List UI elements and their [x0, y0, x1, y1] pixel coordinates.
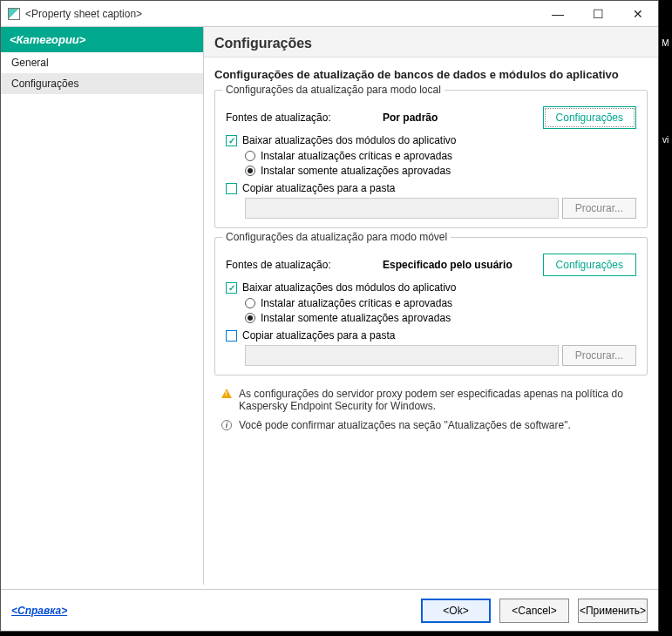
mobile-radio-approved-label: Instalar somente atualizações aprovadas [261, 312, 451, 324]
ok-button[interactable]: <Ok> [421, 599, 491, 623]
warning-icon [221, 389, 232, 398]
info-row: i Você pode confirmar atualizações na se… [204, 416, 658, 435]
groupbox-local-legend: Configurações da atualização para modo l… [222, 84, 445, 96]
sidebar-header: <Категории> [1, 27, 203, 52]
local-config-button[interactable]: Configurações [543, 106, 636, 129]
mobile-radio-approved[interactable]: Instalar somente atualizações aprovadas [245, 312, 636, 324]
mobile-radio-critical-label: Instalar atualizações críticas e aprovad… [261, 297, 452, 309]
mobile-copy-folder-checkbox[interactable]: ✓ Copiar atualizações para a pasta [226, 329, 636, 342]
checkbox-unchecked-icon: ✓ [226, 330, 237, 342]
section-title: Configurações de atualização de bancos d… [204, 58, 658, 85]
app-icon [8, 8, 20, 20]
local-download-modules-label: Baixar atualizações dos módulos do aplic… [242, 134, 456, 146]
help-link[interactable]: <Справка> [11, 605, 67, 617]
checkbox-checked-icon: ✓ [226, 282, 237, 294]
footer: <Справка> <Ok> <Cancel> <Применить> [1, 589, 658, 631]
property-sheet-window: <Property sheet caption> — ☐ ✕ <Категори… [0, 0, 659, 632]
local-download-modules-checkbox[interactable]: ✓ Baixar atualizações dos módulos do apl… [226, 134, 636, 146]
checkbox-unchecked-icon: ✓ [226, 183, 237, 194]
mobile-sources-label: Fontes de atualização: [226, 259, 383, 271]
local-radio-critical-label: Instalar atualizações críticas e aprovad… [261, 150, 452, 162]
local-folder-input[interactable] [245, 198, 559, 219]
local-copy-folder-label: Copiar atualizações para a pasta [242, 182, 395, 194]
radio-unchecked-icon [245, 298, 255, 308]
background-strip: M vi [659, 26, 672, 636]
mobile-download-modules-label: Baixar atualizações dos módulos do aplic… [242, 281, 456, 294]
window-title: <Property sheet caption> [25, 8, 142, 20]
radio-checked-icon [245, 313, 255, 323]
radio-unchecked-icon [245, 151, 255, 161]
mobile-config-button[interactable]: Configurações [543, 254, 636, 276]
mobile-radio-critical[interactable]: Instalar atualizações críticas e aprovad… [245, 297, 636, 309]
local-radio-critical[interactable]: Instalar atualizações críticas e aprovad… [245, 150, 636, 162]
info-icon: i [221, 420, 232, 430]
content-pane: Configurações Configurações de atualizaç… [204, 27, 658, 585]
groupbox-local: Configurações da atualização para modo l… [214, 90, 648, 228]
local-copy-folder-checkbox[interactable]: ✓ Copiar atualizações para a pasta [226, 182, 636, 194]
local-sources-label: Fontes de atualização: [226, 112, 383, 124]
local-radio-approved[interactable]: Instalar somente atualizações aprovadas [245, 165, 636, 177]
mobile-sources-value: Especificado pelo usuário [383, 259, 543, 271]
close-button[interactable]: ✕ [618, 2, 658, 26]
apply-button[interactable]: <Применить> [578, 599, 648, 623]
maximize-button[interactable]: ☐ [578, 2, 618, 26]
local-sources-value: Por padrão [383, 112, 543, 124]
sidebar-item-configuracoes[interactable]: Configurações [1, 73, 203, 94]
minimize-button[interactable]: — [538, 2, 578, 26]
checkbox-checked-icon: ✓ [226, 135, 237, 146]
mobile-folder-input[interactable] [245, 345, 559, 366]
info-text: Você pode confirmar atualizações na seçã… [239, 419, 571, 431]
cancel-button[interactable]: <Cancel> [499, 599, 569, 623]
proxy-warning-text: As configurações do servidor proxy podem… [239, 388, 641, 412]
mobile-download-modules-checkbox[interactable]: ✓ Baixar atualizações dos módulos do apl… [226, 281, 636, 294]
mobile-browse-button[interactable]: Procurar... [562, 345, 636, 366]
groupbox-mobile: Configurações da atualização para modo m… [214, 237, 648, 376]
radio-checked-icon [245, 166, 255, 176]
mobile-copy-folder-label: Copiar atualizações para a pasta [242, 329, 395, 342]
local-radio-approved-label: Instalar somente atualizações aprovadas [261, 165, 451, 177]
groupbox-mobile-legend: Configurações da atualização para modo m… [222, 231, 451, 243]
content-header: Configurações [204, 27, 658, 58]
sidebar-item-general[interactable]: General [1, 52, 203, 73]
sidebar: <Категории> General Configurações [1, 27, 204, 585]
proxy-warning-row: As configurações do servidor proxy podem… [204, 384, 658, 416]
titlebar: <Property sheet caption> — ☐ ✕ [1, 1, 658, 27]
local-browse-button[interactable]: Procurar... [562, 198, 636, 219]
